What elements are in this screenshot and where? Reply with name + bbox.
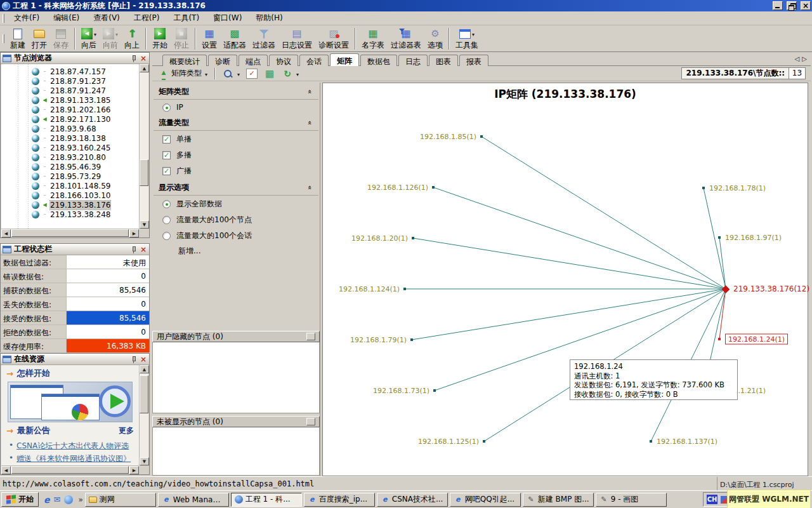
taskbar-task-3[interactable]: 百度搜索_ip... [304,493,375,507]
online-resources-vscrollbar[interactable] [139,365,148,465]
scroll-thumb[interactable] [140,159,148,186]
online-resources-hscrollbar[interactable] [1,465,139,474]
pin-icon[interactable] [131,55,137,62]
toolbar-button-name-table[interactable]: 名字表 [358,27,388,51]
menu-item-6[interactable]: 帮助(H) [249,11,289,25]
toolbar-button-options-gear[interactable]: 选项 [424,27,446,51]
tree-row[interactable]: 218.92.171.130 [1,114,139,124]
checkbox-option-row[interactable]: 广播 [152,163,320,178]
node-tree-hscrollbar[interactable] [1,229,139,237]
how-to-start-section[interactable]: 怎样开始 [1,365,139,380]
matrix-node-label[interactable]: 192.168.1.97(1) [725,234,782,242]
diagnosis-check-button[interactable] [244,68,259,79]
taskbar-task-1[interactable]: Web Managem... [158,493,229,507]
matrix-node-label[interactable]: 192.168.1.79(1) [350,336,407,344]
tree-row[interactable]: 219.133.38.176 [1,200,139,210]
scroll-down-icon[interactable] [140,457,149,465]
scroll-right-icon[interactable] [129,466,139,474]
play-button-icon[interactable] [99,385,131,417]
matrix-node-label[interactable]: 192.168.1.125(1) [418,438,479,446]
radio-option-row[interactable]: IP [152,100,320,114]
refresh-button[interactable] [280,67,301,80]
pin-icon[interactable] [131,246,137,253]
tree-row[interactable]: 218.166.103.10 [1,190,139,200]
taskbar-task-4[interactable]: CSNA技术社... [377,493,448,507]
panel-button[interactable] [306,418,315,425]
hidden-nodes-header[interactable]: 用户隐藏的节点 (0) [152,331,320,342]
radio-option-row[interactable]: 显示全部数据 [152,196,320,211]
tree-row[interactable]: 218.91.133.185 [1,95,139,105]
tree-row[interactable]: 218.87.47.157 [1,67,139,76]
toolbar-button-up-arrow[interactable]: 向上 [121,27,143,51]
tree-row[interactable]: 218.95.73.29 [1,171,139,181]
matrix-node-label[interactable]: 192.168.1.85(1) [420,133,476,141]
tab-9[interactable]: 报表 [459,55,488,66]
radio-icon[interactable] [162,200,171,208]
tab-0[interactable]: 概要统计 [162,55,207,66]
taskbar-task-2[interactable]: 工程 1 - 科... [231,493,302,507]
traffic-type-section-header[interactable]: 流量类型 [154,114,318,131]
tree-row[interactable]: 218.87.91.247 [1,86,139,95]
menu-item-5[interactable]: 窗口(W) [206,11,249,25]
checkbox-icon[interactable] [162,167,171,175]
checkbox-icon[interactable] [162,135,171,144]
tab-scroll-right-icon[interactable] [802,55,807,62]
taskbar-task-5[interactable]: 网吧QQ引起... [450,493,521,507]
tree-row[interactable]: 218.91.202.166 [1,105,139,114]
add-new-link[interactable]: 新增... [152,243,320,258]
close-button[interactable] [801,1,811,10]
more-link[interactable]: 更多 [119,425,134,436]
tab-7[interactable]: 日志 [398,55,428,66]
tree-row[interactable]: 218.93.160.245 [1,143,139,152]
tree-row[interactable]: 218.95.46.39 [1,162,139,171]
scroll-up-icon[interactable] [140,64,149,72]
display-options-section-header[interactable]: 显示选项 [154,178,318,196]
announcement-link[interactable]: 赠送《科来软件网络通讯协议图》 [9,453,136,464]
menu-item-4[interactable]: 工具(T) [166,11,206,25]
radio-icon[interactable] [162,104,171,112]
undisplayed-nodes-header[interactable]: 未被显示的节点 (0) [152,416,320,427]
tab-5[interactable]: 矩阵 [330,53,359,66]
matrix-node-label[interactable]: 192.168.1.24(1) [725,334,788,345]
close-panel-icon[interactable] [140,246,147,253]
menu-item-1[interactable]: 编辑(E) [46,11,86,25]
radio-option-row[interactable]: 流量最大的100个节点 [152,211,320,227]
close-panel-icon[interactable] [140,356,147,363]
toolbar-button-open-folder[interactable]: 打开 [29,27,50,51]
pin-icon[interactable] [131,356,137,363]
msn-icon[interactable] [64,495,73,504]
matrix-type-section-header[interactable]: 矩阵类型 [154,83,318,100]
tree-row[interactable]: 218.93.18.138 [1,133,139,143]
ie-icon[interactable] [44,495,50,505]
tree-row[interactable]: 218.101.148.59 [1,181,139,190]
tab-2[interactable]: 端点 [239,55,268,66]
taskbar-task-7[interactable]: 9 - 画图 [596,493,667,507]
tree-row[interactable]: 219.133.38.248 [1,210,139,219]
tab-8[interactable]: 图表 [429,55,458,66]
quick-launch-overflow-icon[interactable] [78,495,82,504]
matrix-node-label[interactable]: 192.168.1.124(1) [339,285,400,293]
restore-button[interactable] [787,1,797,10]
scroll-thumb[interactable] [140,375,148,413]
scroll-left-icon[interactable] [1,229,11,237]
toolbar-button-settings-grid[interactable]: 设置 [199,27,220,51]
tab-scroll-left-icon[interactable] [795,55,800,62]
scroll-thumb[interactable] [11,466,129,474]
taskbar-task-0[interactable]: 测网 [85,493,156,507]
tree-row[interactable]: 218.93.9.68 [1,124,139,133]
matrix-center-node-label[interactable]: 219.133.38.176(12) [733,284,809,293]
menu-item-2[interactable]: 查看(V) [86,11,127,25]
scroll-down-icon[interactable] [140,220,149,229]
toolbar-button-log-settings[interactable]: 日志设置 [278,27,315,51]
close-panel-icon[interactable] [140,55,147,62]
checkbox-option-row[interactable]: 单播 [152,131,320,147]
toolbar-button-start-play[interactable]: 开始 [149,27,171,51]
scroll-right-icon[interactable] [129,229,139,237]
toolbar-button-diagnosis-settings[interactable]: 诊断设置 [315,27,352,51]
toolbar-button-filter-funnel[interactable]: 过滤器 [249,27,278,51]
matrix-node-label[interactable]: 192.168.1.73(1) [373,387,429,395]
radio-icon[interactable] [162,216,171,224]
toolbar-button-adapter-card[interactable]: 适配器 [220,27,249,51]
taskbar-task-6[interactable]: 新建 BMP 图... [523,493,594,507]
zoom-button[interactable] [221,68,242,79]
